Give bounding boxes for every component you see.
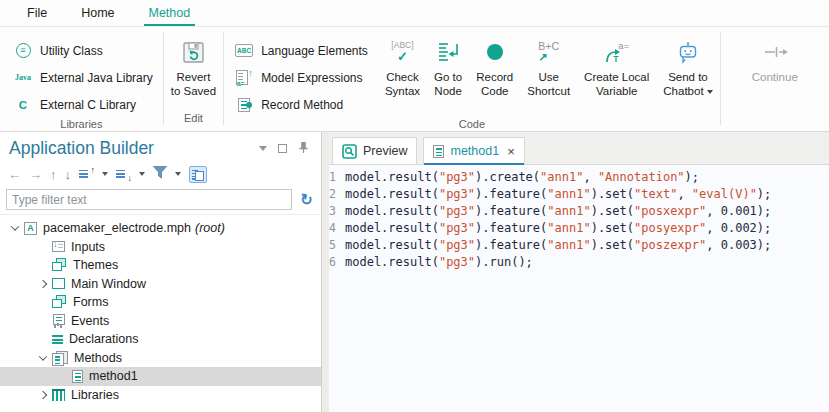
tree-label: Methods [74,351,122,365]
tree-label: Main Window [71,277,146,291]
application-window: File Home Method ≡ Utility Class Java Ex… [0,0,829,412]
use-shortcut-button[interactable]: B+C Use Shortcut [520,31,577,98]
tree-row-methods[interactable]: Methods [0,349,321,368]
send-to-chatbot-button[interactable]: Send to Chatbot [656,31,719,98]
move-up-icon[interactable] [79,168,94,181]
up-arrow-icon[interactable]: ↑ [50,168,57,181]
group-label-edit: Edit [164,112,223,131]
tree-row-themes[interactable]: Themes [0,256,321,275]
tree-row-root[interactable]: pacemaker_electrode.mph (root) [0,219,321,238]
filter-icon[interactable] [153,166,167,182]
chevron-down-icon[interactable] [102,172,108,176]
code-text: model.result( [345,254,439,271]
tree-row-declarations[interactable]: Declarations [0,330,321,349]
tab-home[interactable]: Home [78,0,117,26]
continue-icon [761,33,789,71]
forms-icon [52,295,67,309]
editor-tools-toggle-icon[interactable] [189,166,207,183]
code-string: "poszexpr" [634,237,706,254]
tab-file[interactable]: File [24,0,50,26]
code-line[interactable]: 3model.result("pg3").feature("ann1").set… [329,203,829,220]
close-icon[interactable]: × [507,145,515,158]
group-label-code: Code [224,118,719,131]
go-to-node-button[interactable]: Go to Node [427,31,469,98]
send-to-chatbot-icon [676,33,700,71]
external-c-library-button[interactable]: C External C Library [13,91,153,118]
record-code-button[interactable]: Record Code [469,31,520,98]
float-window-icon[interactable] [278,144,287,153]
code-line[interactable]: 5model.result("pg3").feature("ann1").set… [329,237,829,254]
code-line[interactable]: 1model.result("pg3").create("ann1", "Ann… [329,169,829,186]
record-code-label: Record Code [476,71,513,98]
model-expressions-button[interactable]: Model Expressions [234,64,368,91]
code-string: "Annotation" [598,169,685,186]
code-line[interactable]: 4model.result("pg3").feature("ann1").set… [329,220,829,237]
tree-root-suffix: (root) [195,221,225,235]
code-text: ).feature( [475,220,547,237]
code-text: , 0.003); [706,237,771,254]
revert-to-saved-label: Revert to Saved [171,71,216,98]
tab-method1[interactable]: method1 × [423,137,524,164]
tab-preview-label: Preview [363,144,407,158]
panel-splitter[interactable] [322,132,329,412]
down-arrow-icon[interactable]: ↓ [65,168,72,181]
filter-input[interactable] [6,189,292,210]
code-line[interactable]: 2model.result("pg3").feature("ann1").set… [329,186,829,203]
code-string: "ann1" [540,169,583,186]
tree-row-events[interactable]: Events [0,312,321,331]
utility-class-button[interactable]: ≡ Utility Class [13,37,153,64]
tab-method[interactable]: Method [146,0,194,26]
code-string: "ann1" [547,186,590,203]
check-syntax-icon: [ABC] [391,41,413,63]
pin-icon[interactable] [298,141,309,157]
tree-row-forms[interactable]: Forms [0,293,321,312]
tree-row-main-window[interactable]: Main Window [0,275,321,294]
editor-tab-bar: Preview method1 × [329,132,829,165]
revert-to-saved-button[interactable]: Revert to Saved [164,31,223,98]
expand-chevron-icon[interactable] [39,391,47,399]
code-line[interactable]: 6model.result("pg3").run(); [329,254,829,271]
tree-label: Inputs [71,240,105,254]
refresh-icon[interactable]: ↻ [299,191,314,208]
utility-class-label: Utility Class [40,44,103,58]
language-elements-button[interactable]: ABC Language Elements [234,37,368,64]
model-expressions-icon [236,70,253,85]
tree-row-libraries[interactable]: Libraries [0,386,321,405]
tab-preview[interactable]: Preview [332,137,417,164]
code-text: model.result( [345,169,439,186]
forward-arrow-icon[interactable]: → [29,168,42,181]
code-text: ).create( [475,169,540,186]
go-to-node-icon [436,33,460,71]
code-string: "eval(V)" [692,186,757,203]
tree-label: Themes [73,258,118,272]
model-expressions-label: Model Expressions [261,71,362,85]
check-syntax-button[interactable]: [ABC] Check Syntax [378,31,427,98]
tree-row-method1[interactable]: method1 [0,367,321,386]
external-java-library-button[interactable]: Java External Java Library [13,64,153,91]
code-lines[interactable]: 1model.result("pg3").create("ann1", "Ann… [329,165,829,412]
app-root-icon [24,222,37,235]
collapse-chevron-icon[interactable] [39,352,47,360]
tree-row-inputs[interactable]: Inputs [0,238,321,257]
continue-button[interactable]: Continue [745,31,805,85]
code-text: , 0.002); [706,220,771,237]
tree-label: Forms [73,295,108,309]
use-shortcut-icon: B+C [538,41,559,64]
code-text: ).feature( [475,186,547,203]
code-text: ); [757,186,771,203]
code-text: ).run(); [475,254,533,271]
chevron-down-icon[interactable] [175,172,181,176]
move-down-icon[interactable] [116,168,131,181]
create-local-variable-button[interactable]: a= T Create Local Variable [577,31,656,98]
back-arrow-icon[interactable]: ← [8,168,21,181]
events-icon [52,314,65,327]
code-string: "pg3" [439,254,475,271]
expand-chevron-icon[interactable] [39,280,47,288]
external-c-library-label: External C Library [40,98,136,112]
continue-label: Continue [752,71,798,85]
panel-menu-icon[interactable] [259,146,267,151]
chevron-down-icon[interactable] [139,172,145,176]
collapse-chevron-icon[interactable] [11,223,19,231]
record-method-button[interactable]: Record Method [234,91,368,118]
record-method-icon [238,98,250,112]
